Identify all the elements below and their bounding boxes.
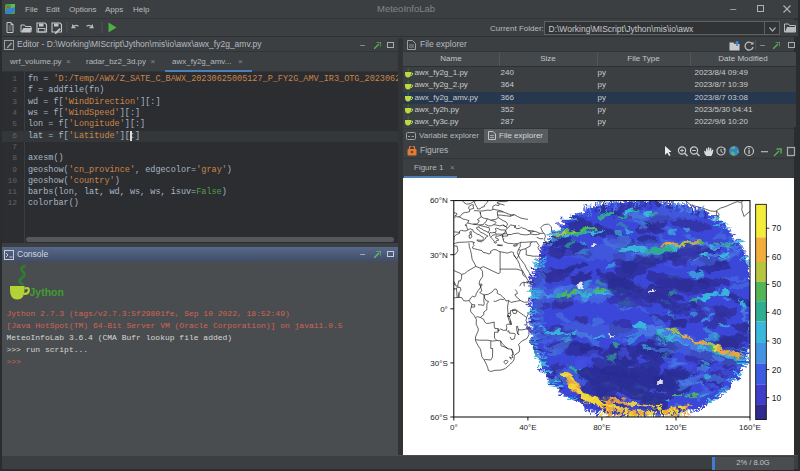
svg-text:0°: 0° <box>440 305 448 314</box>
svg-text:30°N: 30°N <box>430 251 448 260</box>
svg-text:30°S: 30°S <box>430 359 447 368</box>
svg-text:60: 60 <box>772 252 782 262</box>
svg-text:0°: 0° <box>450 423 458 432</box>
svg-text:60°S: 60°S <box>430 413 447 422</box>
svg-text:40: 40 <box>772 307 782 317</box>
svg-text:160°E: 160°E <box>739 423 761 432</box>
svg-text:70: 70 <box>772 223 782 233</box>
svg-text:40°E: 40°E <box>519 423 536 432</box>
svg-text:80°E: 80°E <box>593 423 610 432</box>
svg-text:20: 20 <box>772 365 782 375</box>
svg-text:60°N: 60°N <box>430 196 448 205</box>
svg-text:10: 10 <box>772 393 782 403</box>
svg-text:50: 50 <box>772 279 782 289</box>
svg-text:30: 30 <box>772 336 782 346</box>
svg-text:Jython: Jython <box>30 286 64 298</box>
svg-text:120°E: 120°E <box>665 423 687 432</box>
